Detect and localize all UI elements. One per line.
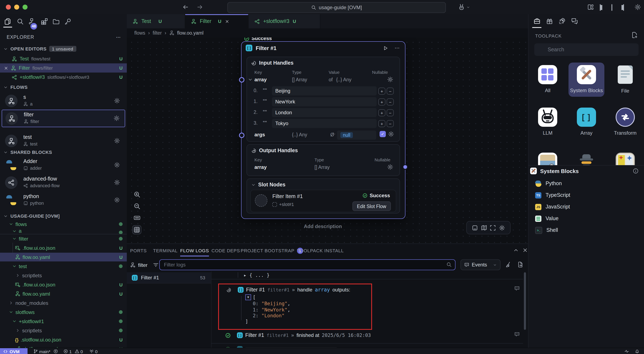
category-file[interactable]: File — [607, 65, 643, 94]
toggle-right-sidebar-icon[interactable] — [623, 4, 624, 10]
close-window-button[interactable] — [6, 4, 11, 10]
remove-item-button[interactable]: − — [387, 109, 394, 116]
shared-block-adder[interactable]: Adder adder — [2, 157, 125, 174]
system-block-value[interactable]: Value — [528, 213, 644, 224]
handle-settings-gear-icon[interactable] — [388, 131, 394, 137]
flow-settings-gear-icon[interactable] — [114, 138, 120, 144]
tab-test[interactable]: Test U — [127, 14, 185, 28]
array-item-input-0[interactable]: Beijing — [272, 86, 377, 96]
toggle-left-sidebar-icon[interactable] — [600, 4, 600, 10]
back-icon[interactable] — [182, 4, 189, 10]
search-activity-icon[interactable] — [17, 18, 24, 25]
toolpack-tab-icon[interactable] — [534, 18, 540, 24]
open-editor-slotflow3[interactable]: +slotflow#3 slotflows/+slotflow#3 U — [0, 72, 127, 82]
feedback-icon[interactable] — [624, 349, 629, 353]
block-settings-gear-icon[interactable] — [114, 179, 120, 186]
block-settings-gear-icon[interactable] — [114, 162, 120, 168]
collapsed-log-row[interactable]: ▸ { ... } — [244, 272, 270, 278]
tab-filter[interactable]: Filter U — [185, 14, 248, 28]
run-node-play-icon[interactable] — [383, 45, 388, 51]
ports-status[interactable]: 0 — [89, 349, 98, 354]
tree-folder-scriptlets2[interactable]: scriptlets — [0, 326, 127, 335]
log-scrollbar[interactable] — [524, 272, 526, 330]
zoom-out-icon[interactable] — [134, 203, 140, 210]
gift-tab-icon[interactable] — [546, 18, 553, 24]
tree-file-flow-yaml[interactable]: flow.oo.yamlU — [0, 289, 127, 298]
system-block-python[interactable]: Python — [528, 178, 644, 189]
clear-logs-broom-icon[interactable] — [506, 262, 512, 268]
flows-section-header[interactable]: FLOWS — [0, 84, 127, 91]
breadcrumb-item[interactable]: flows — [134, 30, 145, 36]
tree-file-slotflow-ui-json[interactable]: {} .slotflow.ui.oo.jsonU — [0, 335, 127, 344]
tree-folder-slotflows[interactable]: slotflows — [0, 308, 127, 316]
shared-block-advanced-flow[interactable]: advanced-flow advanced-flow — [2, 174, 125, 191]
log-node-list-item[interactable]: [ ] Filter #1 53 — [127, 272, 211, 284]
collapse-panel-icon[interactable] — [513, 247, 519, 253]
flow-card-s[interactable]: s a — [2, 92, 125, 109]
handle-settings-gear-icon[interactable] — [387, 164, 393, 170]
comment-bubble-icon[interactable] — [514, 332, 520, 337]
tree-folder-slotflow1[interactable]: +slotflow#1 — [0, 317, 127, 326]
export-logs-icon[interactable] — [517, 262, 524, 268]
flow-settings-gear-icon[interactable] — [114, 98, 120, 104]
remote-indicator[interactable]: OVM — [0, 348, 28, 354]
minimap-icon[interactable] — [481, 224, 487, 231]
tree-file-flow-yaml-selected[interactable]: flow.oo.yamlU — [0, 253, 127, 262]
string-type-icon[interactable] — [263, 88, 267, 92]
highlighted-log-entry[interactable]: [ ] Filter #1 filter#1 » handle array ou… — [218, 284, 372, 330]
readme-card-icon[interactable] — [472, 224, 478, 231]
rocket-tab-icon[interactable] — [558, 18, 566, 24]
tab-code-deps[interactable]: CODE DEPS — [212, 244, 240, 257]
output-port-array[interactable] — [402, 164, 408, 170]
add-description-button[interactable]: Add description — [241, 224, 404, 229]
flow-settings-gear-icon[interactable] — [114, 115, 120, 121]
explorer-more-icon[interactable]: ⋯ — [116, 34, 121, 40]
tab-terminal[interactable]: TERMINAL — [153, 244, 178, 257]
tab-slotflow3[interactable]: +slotflow#3 U — [248, 14, 320, 28]
string-type-icon[interactable] — [263, 98, 267, 103]
array-item-input-2[interactable]: London — [272, 108, 377, 117]
close-icon[interactable] — [224, 19, 229, 24]
git-branch-status[interactable]: main* — [33, 349, 58, 354]
open-editor-filter[interactable]: Filter flows/filter U — [0, 64, 127, 72]
add-item-button[interactable]: + — [378, 120, 386, 127]
tree-folder-a[interactable]: a — [0, 228, 127, 234]
input-port-args[interactable] — [239, 132, 244, 138]
tab-project-bootstrap[interactable]: PROJECT BOOTSTRAP1 — [241, 244, 303, 257]
tab-toolpack-install[interactable]: TOOLPACK INSTALL — [297, 244, 344, 257]
block-settings-gear-icon[interactable] — [114, 197, 120, 203]
tree-file-slotflow-yaml[interactable]: slotflow.oo.yamlU — [0, 344, 127, 348]
remove-item-button[interactable]: − — [387, 88, 394, 95]
grid-view-icon[interactable] — [132, 225, 142, 234]
add-item-button[interactable]: + — [378, 88, 386, 95]
node-more-icon[interactable]: ⋯ — [394, 45, 400, 51]
customize-layout-icon[interactable] — [587, 4, 594, 10]
tree-file-flow-ui-json[interactable]: .flow.ui.oo.jsonU — [0, 280, 127, 289]
zoom-in-icon[interactable] — [134, 191, 140, 198]
collapse-array-chevron-icon[interactable] — [248, 77, 253, 82]
flow-canvas[interactable]: Success [ ] Filter #1 ⋯ Input Handles Ke… — [127, 38, 528, 244]
open-editors-header[interactable]: OPEN EDITORS 1 unsaved — [0, 45, 127, 52]
args-value-input[interactable]: null — [337, 130, 376, 140]
forward-icon[interactable] — [196, 4, 203, 10]
close-panel-icon[interactable] — [522, 247, 528, 253]
system-block-javascript[interactable]: JSJavaScript — [528, 201, 644, 213]
shared-blocks-header[interactable]: SHARED BLOCKS — [0, 148, 127, 156]
chevron-down-icon[interactable] — [251, 182, 256, 187]
folder-activity-icon[interactable] — [52, 18, 60, 25]
minimize-window-button[interactable] — [14, 4, 19, 10]
tree-folder-flows[interactable]: flows — [0, 220, 127, 228]
command-center-search[interactable]: usage-guide [OVM] — [227, 2, 446, 13]
breadcrumb-item[interactable]: filter — [153, 30, 162, 36]
category-all[interactable]: All — [530, 65, 566, 94]
tree-folder-node-modules[interactable]: node_modules — [0, 298, 127, 307]
tab-flow-logs[interactable]: FLOW LOGS — [180, 244, 209, 257]
category-system-blocks[interactable]: System Blocks — [568, 62, 604, 97]
breadcrumb-item[interactable]: flow.oo.yaml — [177, 30, 204, 36]
slot-node-card[interactable]: Filter Item #1 +slot#1 Success Edit Slot… — [250, 190, 396, 212]
assistant-rabbit-icon[interactable] — [458, 4, 465, 11]
add-item-button[interactable]: + — [378, 98, 386, 106]
node-header[interactable]: [ ] Filter #1 ⋯ — [242, 42, 405, 54]
events-dropdown[interactable]: Events — [460, 259, 500, 270]
comment-bubble-icon[interactable] — [514, 286, 520, 291]
